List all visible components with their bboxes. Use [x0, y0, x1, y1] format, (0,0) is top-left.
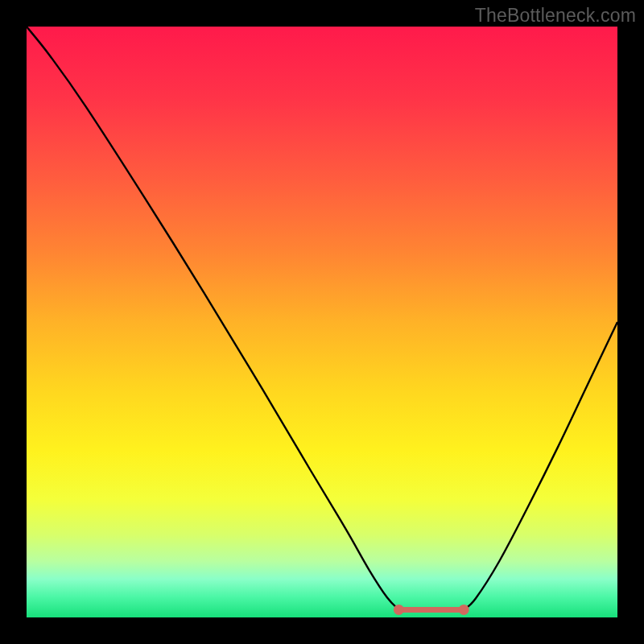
- watermark-text: TheBottleneck.com: [475, 5, 636, 27]
- chart-frame: TheBottleneck.com: [0, 0, 644, 644]
- chart-svg: [27, 27, 617, 617]
- gradient-background: [27, 27, 617, 617]
- plot-area: [27, 27, 617, 617]
- optimal-range-left-cap: [394, 605, 404, 615]
- optimal-range-right-cap: [459, 605, 469, 615]
